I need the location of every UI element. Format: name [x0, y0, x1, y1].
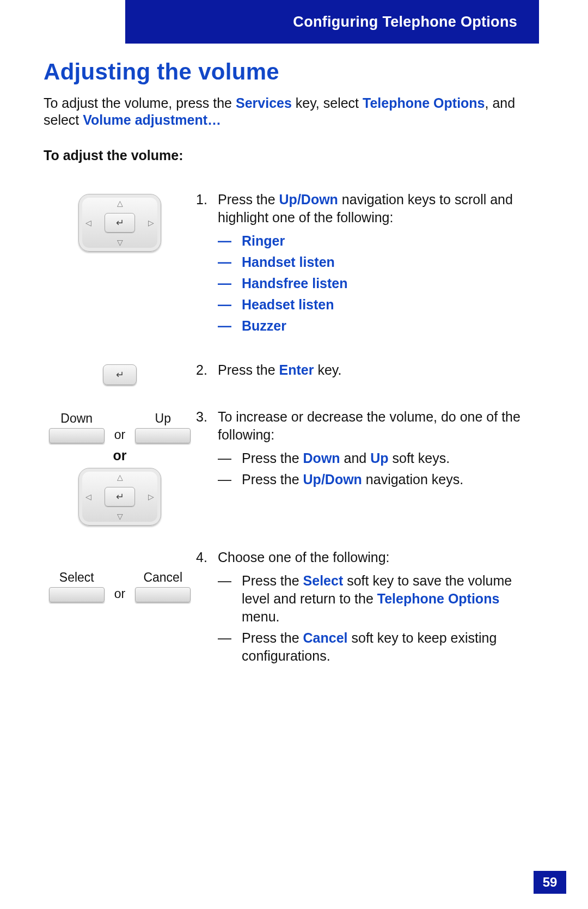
link-up: Up [370, 450, 388, 466]
list-item: Headset listen [242, 296, 334, 314]
header-title: Configuring Telephone Options [293, 14, 517, 30]
arrow-right-icon: ▷ [148, 218, 154, 227]
dash: — [218, 274, 242, 292]
step-3: Down or Up or △ ▽ ◁ ▷ 3. To in [44, 408, 539, 526]
or-text: or [114, 428, 125, 443]
step-text: soft keys. [389, 450, 450, 466]
softkey-cap-icon [135, 428, 191, 443]
link-cancel: Cancel [303, 630, 348, 645]
step-text: Press the [242, 472, 303, 487]
dash: — [218, 471, 242, 489]
list-item: Buzzer [242, 317, 286, 335]
page-title: Adjusting the volume [44, 59, 539, 85]
link-volume-adjustment: Volume adjustment… [83, 112, 221, 127]
nav-pad-icon: △ ▽ ◁ ▷ [78, 468, 161, 526]
dash: — [218, 253, 242, 271]
dash: — [218, 629, 242, 665]
softkey-cap-icon [49, 587, 105, 602]
step-3-text: 3. To increase or decrease the volume, d… [196, 408, 539, 492]
link-down: Down [303, 450, 340, 466]
list-item: Ringer [242, 232, 285, 250]
arrow-up-icon: △ [117, 473, 123, 481]
softkey-label: Up [155, 411, 171, 426]
page-number: 59 [534, 871, 566, 894]
arrow-left-icon: ◁ [85, 492, 91, 501]
arrow-down-icon: ▽ [117, 238, 123, 247]
arrow-down-icon: ▽ [117, 512, 123, 521]
step-1-text: 1. Press the Up/Down navigation keys to … [196, 191, 539, 338]
link-telephone-options: Telephone Options [377, 591, 500, 606]
list-item: Handset listen [242, 253, 335, 271]
dash: — [218, 572, 242, 626]
or-bold-text: or [113, 448, 127, 463]
dash: — [218, 296, 242, 314]
step-text: Press the [242, 450, 303, 466]
step-4: Select or Cancel 4. Choose one of the fo… [44, 548, 539, 668]
volume-option-list: —Ringer —Handset listen —Handsfree liste… [218, 232, 539, 335]
step-2: ↵ 2. Press the Enter key. [44, 361, 539, 385]
step-3-graphic: Down or Up or △ ▽ ◁ ▷ [44, 408, 196, 526]
step-text: Press the [242, 630, 303, 645]
procedure-heading: To adjust the volume: [44, 148, 539, 163]
step-number: 4. [196, 548, 218, 668]
link-telephone-options: Telephone Options [363, 95, 485, 111]
softkey-cap-icon [49, 428, 105, 443]
nav-pad-icon: △ ▽ ◁ ▷ [78, 194, 161, 252]
intro-text: key, select [292, 95, 363, 111]
step-text: Press the [218, 192, 279, 207]
step-text: Choose one of the following: [218, 550, 390, 565]
option-list: —Press the Select soft key to save the v… [218, 572, 539, 665]
step-1: △ ▽ ◁ ▷ 1. Press the Up/Down navigation … [44, 191, 539, 338]
softkey-row: Down or Up [49, 411, 191, 443]
softkey-cap-icon [135, 587, 191, 602]
dash: — [218, 232, 242, 250]
page-number-value: 59 [543, 875, 558, 890]
link-enter: Enter [279, 362, 314, 377]
arrow-left-icon: ◁ [85, 218, 91, 227]
link-up-down: Up/Down [279, 192, 338, 207]
option-list: —Press the Down and Up soft keys. —Press… [218, 449, 539, 489]
step-4-text: 4. Choose one of the following: —Press t… [196, 548, 539, 668]
intro-text: To adjust the volume, press the [44, 95, 236, 111]
link-services: Services [236, 95, 292, 111]
step-2-text: 2. Press the Enter key. [196, 361, 539, 379]
softkey-label: Select [59, 570, 94, 585]
softkey-row: Select or Cancel [49, 570, 191, 602]
step-number: 1. [196, 191, 218, 338]
page-body: Adjusting the volume To adjust the volum… [44, 59, 539, 691]
step-1-graphic: △ ▽ ◁ ▷ [44, 191, 196, 252]
step-text: navigation keys. [362, 472, 463, 487]
enter-key-icon: ↵ [103, 364, 137, 385]
step-text: key. [314, 362, 341, 377]
intro-paragraph: To adjust the volume, press the Services… [44, 95, 539, 129]
link-select: Select [303, 573, 344, 588]
softkey-up: Up [135, 411, 191, 443]
step-2-graphic: ↵ [44, 361, 196, 385]
step-text: and [340, 450, 371, 466]
softkey-down: Down [49, 411, 105, 443]
step-text: menu. [242, 609, 279, 624]
softkey-label: Down [60, 411, 93, 426]
softkey-select: Select [49, 570, 105, 602]
arrow-up-icon: △ [117, 199, 123, 208]
link-up-down: Up/Down [303, 472, 362, 487]
dash: — [218, 317, 242, 335]
softkey-label: Cancel [143, 570, 182, 585]
list-item: Handsfree listen [242, 274, 348, 292]
header-tab: Configuring Telephone Options [125, 0, 539, 44]
dash: — [218, 449, 242, 467]
step-text: Press the [218, 362, 279, 377]
softkey-cancel: Cancel [135, 570, 191, 602]
step-text: Press the [242, 573, 303, 588]
step-number: 2. [196, 361, 218, 379]
step-number: 3. [196, 408, 218, 492]
step-4-graphic: Select or Cancel [44, 548, 196, 602]
arrow-right-icon: ▷ [148, 492, 154, 501]
step-text: To increase or decrease the volume, do o… [218, 409, 520, 442]
or-text: or [114, 587, 125, 602]
